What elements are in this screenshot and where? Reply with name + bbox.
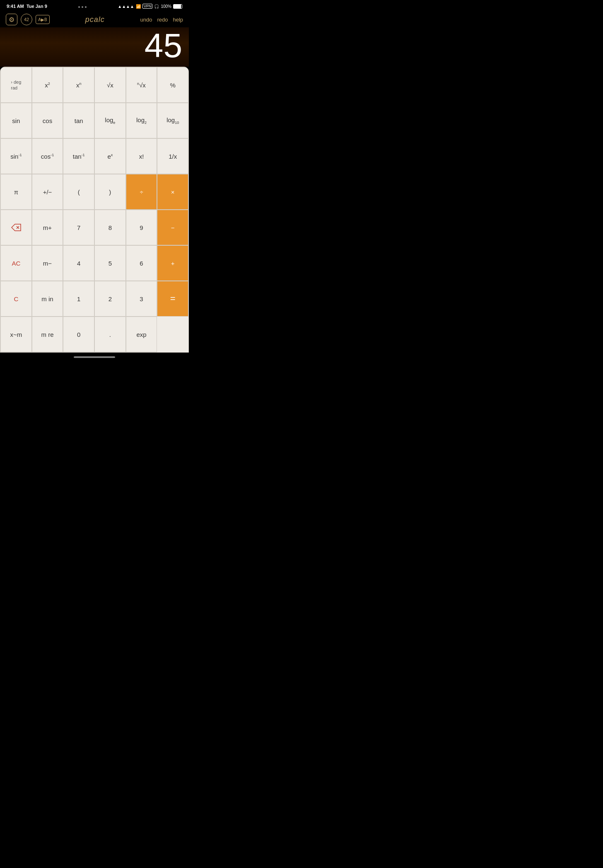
pi-label: π — [14, 189, 18, 196]
dot2 — [82, 6, 83, 8]
status-center — [78, 5, 87, 8]
0-label: 0 — [77, 331, 80, 338]
cos-inv-button[interactable]: cos-1 — [32, 138, 63, 174]
app-title: pcalc — [85, 15, 105, 24]
xm-button[interactable]: x~m — [0, 317, 32, 352]
ac-button[interactable]: AC — [0, 245, 32, 281]
settings-button[interactable]: ⚙ — [6, 14, 17, 25]
log2-button[interactable]: log2 — [126, 103, 157, 138]
cos-label: cos — [43, 117, 52, 124]
tan-button[interactable]: tan — [63, 103, 94, 138]
pi-button[interactable]: π — [0, 174, 32, 210]
nthroot-button[interactable]: n√x — [126, 67, 157, 103]
rparen-label: ) — [109, 189, 111, 196]
deg-rad-button[interactable]: › deg rad — [0, 67, 32, 103]
mminus-button[interactable]: m− — [32, 245, 63, 281]
ac-label: AC — [12, 260, 20, 267]
plusminus-button[interactable]: +/− — [32, 174, 63, 210]
percent-button[interactable]: % — [157, 67, 188, 103]
sin-label: sin — [12, 117, 20, 124]
plus-label: + — [171, 260, 175, 267]
redo-button[interactable]: redo — [157, 17, 168, 23]
calculator-grid: › deg rad x2 xn √x n√x % sin cos tan — [0, 67, 189, 353]
6-button[interactable]: 6 — [126, 245, 157, 281]
ex-button[interactable]: ex — [94, 138, 126, 174]
headphone-icon: 🎧 — [154, 4, 159, 9]
x2-label: x2 — [45, 82, 50, 89]
8-label: 8 — [109, 224, 112, 231]
wifi-icon: 📶 — [136, 4, 141, 9]
2-label: 2 — [109, 295, 112, 302]
mplus-label: m+ — [43, 224, 52, 231]
9-button[interactable]: 9 — [126, 210, 157, 245]
c-button[interactable]: C — [0, 281, 32, 317]
equals2-button[interactable]: = — [0, 352, 32, 353]
cos-button[interactable]: cos — [32, 103, 63, 138]
battery-icon — [173, 4, 182, 9]
ab-button[interactable]: A▶B — [36, 15, 50, 24]
tan-inv-button[interactable]: tan-1 — [63, 138, 94, 174]
tan-inv-label: tan-1 — [73, 153, 85, 160]
0-button[interactable]: 0 — [63, 317, 94, 352]
1-button[interactable]: 1 — [63, 281, 94, 317]
exp-button[interactable]: exp — [126, 317, 157, 352]
log10-button[interactable]: log10 — [157, 103, 188, 138]
sin-inv-button[interactable]: sin-1 — [0, 138, 32, 174]
badge-button[interactable]: 42 — [21, 14, 32, 25]
signal-icon: ▲▲▲▲ — [118, 4, 134, 9]
display: 45 — [0, 27, 189, 67]
sqrt-button[interactable]: √x — [94, 67, 126, 103]
sqrt-label: √x — [107, 82, 113, 89]
vpn-badge: VPN — [142, 4, 153, 9]
5-button[interactable]: 5 — [94, 245, 126, 281]
3-button[interactable]: 3 — [126, 281, 157, 317]
deg-rad-label: › deg rad — [11, 79, 21, 91]
cos-inv-label: cos-1 — [41, 153, 54, 160]
loge-button[interactable]: loge — [94, 103, 126, 138]
1x-button[interactable]: 1/x — [157, 138, 188, 174]
deg-arrow: › deg — [11, 79, 21, 85]
status-right: ▲▲▲▲ 📶 VPN 🎧 100% — [118, 4, 182, 9]
3-label: 3 — [140, 295, 143, 302]
xfact-button[interactable]: x! — [126, 138, 157, 174]
c-label: C — [14, 295, 18, 302]
min-label: m in — [41, 295, 53, 302]
sin-button[interactable]: sin — [0, 103, 32, 138]
multiply-button[interactable]: × — [157, 174, 188, 210]
dot-button[interactable]: . — [94, 317, 126, 352]
rparen-button[interactable]: ) — [94, 174, 126, 210]
2-button[interactable]: 2 — [94, 281, 126, 317]
divide-button[interactable]: ÷ — [126, 174, 157, 210]
plus-button[interactable]: + — [157, 245, 188, 281]
mplus-button[interactable]: m+ — [32, 210, 63, 245]
mminus-label: m− — [43, 260, 52, 267]
status-time: 9:41 AM Tue Jan 9 — [7, 4, 47, 9]
mre-label: m re — [41, 331, 53, 338]
4-button[interactable]: 4 — [63, 245, 94, 281]
minus-button[interactable]: − — [157, 210, 188, 245]
rad-text: rad — [11, 85, 17, 91]
status-bar: 9:41 AM Tue Jan 9 ▲▲▲▲ 📶 VPN 🎧 100% — [0, 0, 189, 12]
dot3 — [85, 6, 87, 8]
help-button[interactable]: help — [173, 17, 183, 23]
xn-button[interactable]: xn — [63, 67, 94, 103]
undo-button[interactable]: undo — [140, 17, 152, 23]
exp-label: exp — [136, 331, 146, 338]
dot-label: . — [109, 331, 111, 338]
home-indicator — [0, 353, 189, 362]
tan-label: tan — [75, 117, 83, 124]
backspace-button[interactable] — [0, 210, 32, 245]
x2-button[interactable]: x2 — [32, 67, 63, 103]
mre-button[interactable]: m re — [32, 317, 63, 352]
7-button[interactable]: 7 — [63, 210, 94, 245]
toolbar-right: undo redo help — [140, 17, 183, 23]
min-button[interactable]: m in — [32, 281, 63, 317]
dot1 — [78, 6, 80, 8]
equals-button[interactable]: = — [157, 281, 188, 317]
8-button[interactable]: 8 — [94, 210, 126, 245]
minus-label: − — [171, 224, 175, 231]
5-label: 5 — [109, 260, 112, 267]
1x-label: 1/x — [169, 153, 177, 160]
lparen-button[interactable]: ( — [63, 174, 94, 210]
xm-label: x~m — [10, 331, 22, 338]
